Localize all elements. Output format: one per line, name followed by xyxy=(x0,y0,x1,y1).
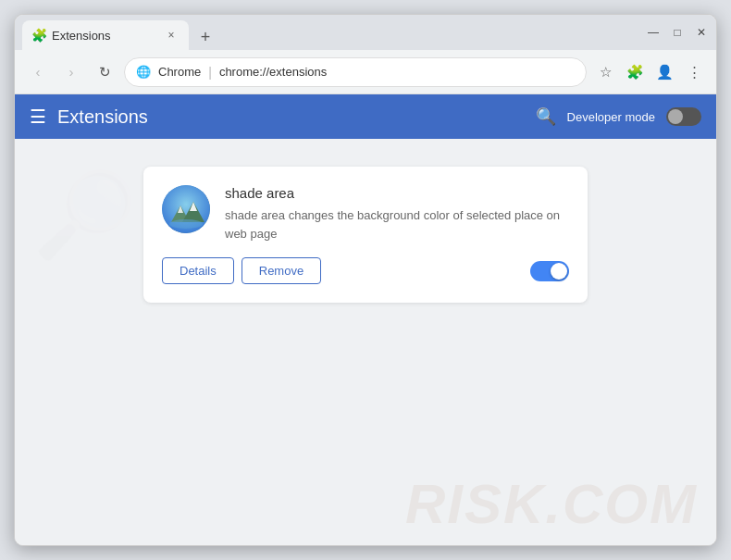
extensions-menu-icon[interactable]: ☰ xyxy=(30,106,46,128)
extensions-content: 🔍 RISK.COM xyxy=(15,139,716,545)
tab-title: Extensions xyxy=(52,29,157,43)
extensions-search-icon[interactable]: 🔍 xyxy=(536,106,556,127)
minimize-button[interactable]: — xyxy=(646,25,661,40)
developer-mode-label: Developer mode xyxy=(567,110,655,124)
site-info-icon: 🌐 xyxy=(136,65,151,79)
menu-button[interactable]: ⋮ xyxy=(681,59,707,85)
card-toggle-area xyxy=(530,261,569,281)
address-separator: | xyxy=(208,65,212,80)
extension-name: shade area xyxy=(225,185,569,201)
toolbar-icons: ☆ 🧩 👤 ⋮ xyxy=(592,59,707,85)
maximize-button[interactable]: □ xyxy=(670,25,685,40)
back-button[interactable]: ‹ xyxy=(24,58,52,86)
developer-mode-toggle[interactable] xyxy=(666,107,701,126)
details-button[interactable]: Details xyxy=(162,257,234,284)
bookmark-button[interactable]: ☆ xyxy=(592,59,618,85)
address-text: chrome://extensions xyxy=(219,65,575,79)
forward-button[interactable]: › xyxy=(57,58,85,86)
nav-bar: ‹ › ↻ 🌐 Chrome | chrome://extensions ☆ 🧩… xyxy=(15,50,716,94)
card-info: shade area shade area changes the backgr… xyxy=(225,185,569,243)
address-bar[interactable]: 🌐 Chrome | chrome://extensions xyxy=(124,57,587,87)
extension-card: shade area shade area changes the backgr… xyxy=(143,167,588,303)
extensions-toolbar-button[interactable]: 🧩 xyxy=(622,59,648,85)
active-tab[interactable]: 🧩 Extensions × xyxy=(22,20,189,50)
tab-area: 🧩 Extensions × + xyxy=(22,15,642,50)
profile-button[interactable]: 👤 xyxy=(651,59,677,85)
reload-button[interactable]: ↻ xyxy=(91,58,118,86)
extension-enabled-toggle[interactable] xyxy=(530,261,569,281)
extensions-header: ☰ Extensions 🔍 Developer mode xyxy=(15,94,716,139)
remove-button[interactable]: Remove xyxy=(242,257,321,284)
browser-window: 🧩 Extensions × + — □ ✕ ‹ › ↻ 🌐 Chrome | … xyxy=(14,14,717,546)
title-bar: 🧩 Extensions × + — □ ✕ xyxy=(15,15,716,50)
watermark-text: RISK.COM xyxy=(405,472,698,536)
extension-icon xyxy=(162,185,210,233)
window-controls: — □ ✕ xyxy=(646,25,709,40)
watermark-top: 🔍 xyxy=(33,167,137,264)
new-tab-button[interactable]: + xyxy=(192,24,218,50)
chrome-brand-label: Chrome xyxy=(158,65,201,79)
card-top: shade area shade area changes the backgr… xyxy=(162,185,569,243)
extension-description: shade area changes the background color … xyxy=(225,206,569,243)
svg-point-5 xyxy=(169,219,203,229)
card-actions: Details Remove xyxy=(162,257,569,284)
extensions-page-title: Extensions xyxy=(57,106,525,128)
close-button[interactable]: ✕ xyxy=(694,25,709,40)
tab-favicon: 🧩 xyxy=(31,28,46,43)
tab-close-button[interactable]: × xyxy=(163,27,180,44)
